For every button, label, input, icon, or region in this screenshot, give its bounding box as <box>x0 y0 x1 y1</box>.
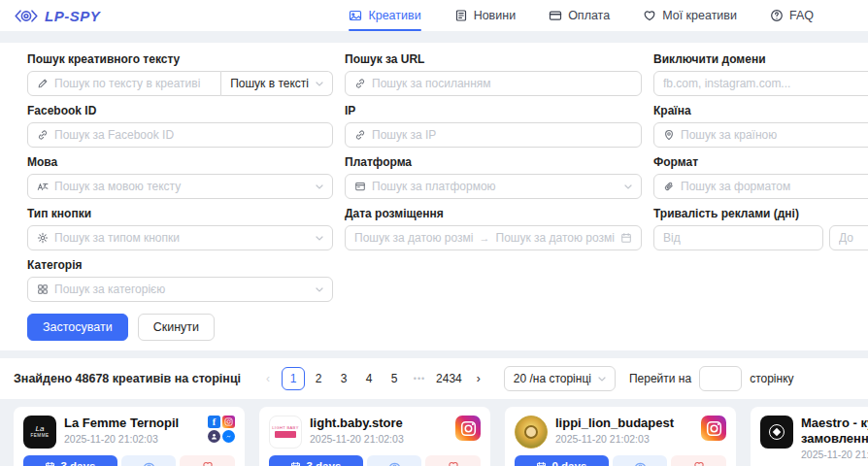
view-button[interactable] <box>613 455 668 466</box>
category-input[interactable] <box>54 283 310 296</box>
avatar-logo-bar <box>275 431 296 438</box>
instagram-icon <box>701 416 726 441</box>
days-label: 3 days <box>306 460 341 466</box>
section-divider-band <box>0 350 868 358</box>
pagination-prev-button[interactable]: ‹ <box>256 367 280 390</box>
field-label: Пошук за URL <box>345 52 642 66</box>
news-icon <box>454 9 468 22</box>
format-input[interactable] <box>681 180 868 193</box>
page-size-select[interactable]: 20 /на сторінці <box>504 366 616 391</box>
nav-item-my-creatives[interactable]: Мої креативи <box>643 0 737 31</box>
nav-item-news[interactable]: Новини <box>454 0 517 31</box>
instagram-icon <box>455 416 481 441</box>
category-select[interactable] <box>27 277 333 302</box>
field-label: Виключити домени <box>653 52 868 66</box>
creative-card: LIGHT BABY light.baby.store 2025-11-20 2… <box>259 407 490 466</box>
filter-country: Країна <box>653 104 868 148</box>
avatar-text: FEMME <box>30 433 49 439</box>
creative-text-input[interactable] <box>54 77 212 90</box>
placement-date-range-picker[interactable]: → <box>345 225 642 250</box>
placement-date-from-input[interactable] <box>354 231 474 245</box>
calendar-icon <box>536 461 547 466</box>
field-label: Формат <box>653 155 868 169</box>
exclude-domains-input[interactable] <box>663 77 868 90</box>
favorite-button[interactable] <box>180 455 235 466</box>
filter-placement-date: Дата розміщення → <box>345 207 642 250</box>
days-button[interactable]: 0 days <box>515 455 609 466</box>
nav-label: Новини <box>474 9 517 22</box>
duration-from-control <box>653 225 823 250</box>
avatar: La FEMME <box>23 416 56 449</box>
nav-label: Мої креативи <box>662 9 737 22</box>
country-input[interactable] <box>681 128 868 142</box>
pagination-page-2[interactable]: 2 <box>307 367 330 390</box>
view-button[interactable] <box>367 455 422 466</box>
duration-from-input[interactable] <box>663 231 814 245</box>
filter-panel: Пошук креативного тексту Пошук в тексті … <box>0 43 868 350</box>
duration-to-input[interactable] <box>839 231 868 245</box>
nav-label: FAQ <box>789 9 814 22</box>
language-input[interactable] <box>54 180 310 193</box>
placement-date-to-input[interactable] <box>496 231 616 245</box>
creative-text-mode-select[interactable]: Пошук в тексті <box>221 71 333 96</box>
nav-item-payment[interactable]: Оплата <box>549 0 610 31</box>
favorite-button[interactable] <box>425 455 481 466</box>
brand-logo[interactable]: LP-SPY <box>14 8 100 24</box>
reset-button[interactable]: Скинути <box>138 314 215 341</box>
pagination-page-2434[interactable]: 2434 <box>433 367 465 390</box>
button-type-select[interactable] <box>27 225 333 250</box>
facebook-id-input[interactable] <box>54 128 323 142</box>
card-title: lippi_lion_budapest <box>555 416 693 431</box>
avatar <box>760 416 793 449</box>
filter-url: Пошук за URL <box>345 52 642 96</box>
platform-select[interactable] <box>345 174 642 199</box>
filter-exclude-domains: Виключити домени <box>653 52 868 96</box>
field-label: Тип кнопки <box>27 207 333 220</box>
days-label: 3 days <box>60 460 95 466</box>
pagination-page-4[interactable]: 4 <box>357 367 381 390</box>
field-label: Платформа <box>345 155 642 169</box>
card-date: 2025-11-20 21:02:03 <box>555 433 693 445</box>
pagination-next-button[interactable]: › <box>467 367 490 390</box>
field-label: IP <box>345 104 642 117</box>
days-button[interactable]: 3 days <box>23 455 117 466</box>
question-circle-icon <box>770 9 784 22</box>
view-button[interactable] <box>121 455 177 466</box>
calendar-icon <box>290 461 301 466</box>
heart-icon <box>448 460 459 466</box>
format-control <box>653 174 868 199</box>
header-divider-band <box>0 31 868 43</box>
creative-text-mode-value: Пошук в тексті <box>230 77 309 90</box>
location-pin-icon <box>663 129 675 141</box>
link-icon <box>354 129 366 141</box>
button-type-input[interactable] <box>54 231 310 245</box>
goto-prefix-label: Перейти на <box>629 372 691 385</box>
card-date: 2025-11-20 21:02:03 <box>64 433 200 445</box>
apply-button[interactable]: Застосувати <box>27 314 128 341</box>
pagination-page-3[interactable]: 3 <box>332 367 355 390</box>
chevron-down-icon <box>624 184 632 189</box>
field-label: Дата розміщення <box>345 207 642 220</box>
results-summary: Знайдено 48678 креативів на сторінці <box>14 372 241 385</box>
heart-icon <box>693 460 705 466</box>
paperclip-icon <box>663 181 675 192</box>
ip-control <box>345 122 642 148</box>
url-input[interactable] <box>372 77 632 90</box>
favorite-button[interactable] <box>671 455 726 466</box>
filter-button-type: Тип кнопки <box>27 207 333 250</box>
nav-item-creatives[interactable]: Креативи <box>349 0 420 31</box>
platform-input[interactable] <box>372 180 618 193</box>
pagination-page-1[interactable]: 1 <box>282 367 305 390</box>
goto-page-input[interactable] <box>699 366 742 391</box>
days-button[interactable]: 3 days <box>269 455 363 466</box>
nav-item-faq[interactable]: FAQ <box>770 0 814 31</box>
exclude-domains-control <box>653 71 868 96</box>
audience-network-icon <box>208 430 220 443</box>
ip-input[interactable] <box>372 128 632 142</box>
pagination-page-5[interactable]: 5 <box>383 367 406 390</box>
filter-ip: IP <box>345 104 642 148</box>
card-title: La Femme Ternopil <box>64 416 200 431</box>
avatar-lion-logo <box>524 425 538 439</box>
language-select[interactable] <box>27 174 333 199</box>
range-arrow-icon: → <box>480 232 490 244</box>
